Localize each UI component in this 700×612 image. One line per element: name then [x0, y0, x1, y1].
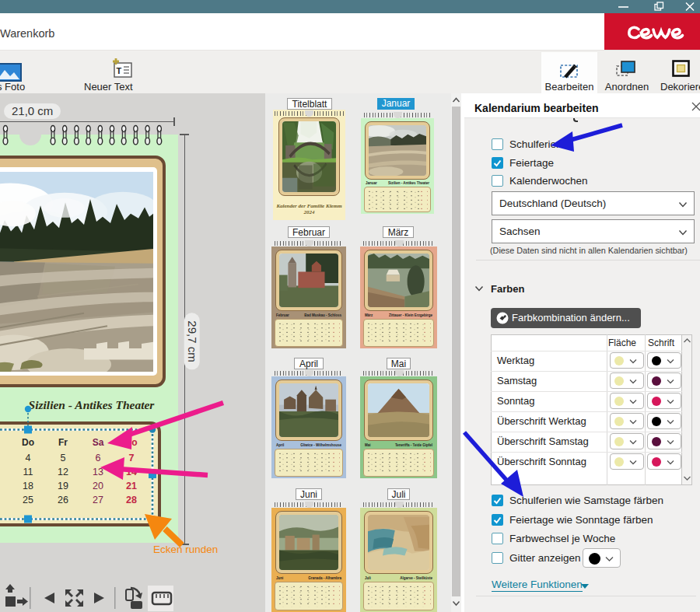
svg-text:T: T	[117, 66, 122, 75]
